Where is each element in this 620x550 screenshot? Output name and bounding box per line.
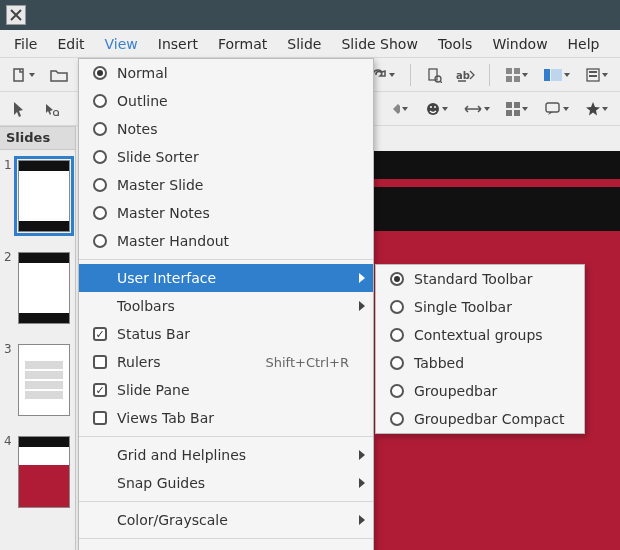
properties-button[interactable] [580, 62, 614, 88]
svg-rect-8 [506, 76, 512, 82]
find-replace-button[interactable]: ab [453, 62, 479, 88]
svg-rect-6 [506, 68, 512, 74]
paste-special-button[interactable] [421, 62, 447, 88]
slides-panel: 1 2 3 4 [0, 150, 76, 550]
svg-rect-11 [551, 69, 562, 81]
view-menu-dropdown: Normal Outline Notes Slide Sorter Master… [78, 58, 374, 550]
view-normal[interactable]: Normal [79, 59, 373, 87]
slide-thumbnail[interactable]: 1 [0, 150, 75, 242]
menu-edit[interactable]: Edit [47, 33, 94, 55]
svg-rect-13 [589, 71, 597, 73]
menu-view[interactable]: View [95, 33, 148, 55]
view-user-interface[interactable]: User Interface [79, 264, 373, 292]
menu-file[interactable]: File [4, 33, 47, 55]
svg-rect-0 [14, 69, 23, 81]
chevron-down-icon [563, 107, 569, 111]
slide-thumbnail[interactable]: 4 [0, 426, 75, 518]
chevron-down-icon [602, 107, 608, 111]
new-document-button[interactable] [6, 62, 40, 88]
view-color-grayscale[interactable]: Color/Grayscale [79, 506, 373, 534]
pointer-tool-button[interactable] [6, 96, 32, 122]
view-comments[interactable]: Comments [79, 543, 373, 550]
view-master-slide[interactable]: Master Slide [79, 171, 373, 199]
slide-thumbnail[interactable]: 2 [0, 242, 75, 334]
ui-tabbed[interactable]: Tabbed [376, 349, 584, 377]
view-grid-helplines[interactable]: Grid and Helplines [79, 441, 373, 469]
select-rect-button[interactable] [38, 96, 64, 122]
chevron-down-icon [484, 107, 490, 111]
svg-point-18 [430, 106, 432, 108]
layout-split-button[interactable] [540, 62, 574, 88]
menu-separator [79, 538, 373, 539]
basic-shapes-button[interactable] [380, 96, 414, 122]
view-toolbars[interactable]: Toolbars [79, 292, 373, 320]
arrows-button[interactable] [460, 96, 494, 122]
svg-point-15 [54, 110, 59, 115]
slides-panel-header: Slides [0, 126, 76, 150]
grid-view-button[interactable] [500, 62, 534, 88]
radio-icon [93, 66, 107, 80]
view-slide-pane[interactable]: Slide Pane [79, 376, 373, 404]
svg-rect-16 [393, 104, 400, 114]
radio-icon [390, 300, 404, 314]
ui-contextual-groups[interactable]: Contextual groups [376, 321, 584, 349]
stars-button[interactable] [580, 96, 614, 122]
slide-number: 4 [4, 434, 12, 448]
menu-window[interactable]: Window [482, 33, 557, 55]
toolbar-separator [489, 64, 490, 86]
ui-single-toolbar[interactable]: Single Toolbar [376, 293, 584, 321]
svg-rect-3 [429, 69, 437, 80]
ui-standard-toolbar[interactable]: Standard Toolbar [376, 265, 584, 293]
open-button[interactable] [46, 62, 72, 88]
menu-separator [79, 436, 373, 437]
view-outline[interactable]: Outline [79, 87, 373, 115]
callouts-button[interactable] [540, 96, 574, 122]
menu-tools[interactable]: Tools [428, 33, 483, 55]
submenu-arrow-icon [359, 301, 365, 311]
svg-rect-21 [514, 102, 520, 108]
slide-number: 3 [4, 342, 12, 356]
chevron-down-icon [402, 107, 408, 111]
ui-groupedbar-compact[interactable]: Groupedbar Compact [376, 405, 584, 433]
view-snap-guides[interactable]: Snap Guides [79, 469, 373, 497]
radio-icon [93, 178, 107, 192]
svg-rect-20 [506, 102, 512, 108]
radio-icon [390, 272, 404, 286]
ui-groupedbar[interactable]: Groupedbar [376, 377, 584, 405]
view-notes[interactable]: Notes [79, 115, 373, 143]
svg-point-19 [434, 106, 436, 108]
window-system-icon[interactable] [6, 5, 26, 25]
menu-insert[interactable]: Insert [148, 33, 208, 55]
radio-icon [93, 122, 107, 136]
view-master-handout[interactable]: Master Handout [79, 227, 373, 255]
menu-format[interactable]: Format [208, 33, 277, 55]
view-status-bar[interactable]: Status Bar [79, 320, 373, 348]
slide-thumbnail[interactable]: 3 [0, 334, 75, 426]
menu-separator [79, 259, 373, 260]
view-rulers[interactable]: RulersShift+Ctrl+R [79, 348, 373, 376]
radio-icon [390, 328, 404, 342]
symbol-shapes-button[interactable] [420, 96, 454, 122]
slide-number: 2 [4, 250, 12, 264]
view-master-notes[interactable]: Master Notes [79, 199, 373, 227]
svg-rect-24 [546, 103, 559, 112]
menu-slideshow[interactable]: Slide Show [331, 33, 427, 55]
menubar: File Edit View Insert Format Slide Slide… [0, 30, 620, 58]
checkbox-icon [93, 355, 107, 369]
menu-help[interactable]: Help [558, 33, 610, 55]
chevron-down-icon [29, 73, 35, 77]
chevron-down-icon [522, 73, 528, 77]
radio-icon [93, 206, 107, 220]
slide-number: 1 [4, 158, 12, 172]
radio-icon [93, 150, 107, 164]
radio-icon [390, 412, 404, 426]
shortcut-label: Shift+Ctrl+R [266, 355, 350, 370]
view-slide-sorter[interactable]: Slide Sorter [79, 143, 373, 171]
toolbar-separator [410, 64, 411, 86]
window-titlebar [0, 0, 620, 30]
view-views-tab-bar[interactable]: Views Tab Bar [79, 404, 373, 432]
menu-slide[interactable]: Slide [277, 33, 331, 55]
submenu-arrow-icon [359, 450, 365, 460]
flowchart-button[interactable] [500, 96, 534, 122]
chevron-down-icon [389, 73, 395, 77]
